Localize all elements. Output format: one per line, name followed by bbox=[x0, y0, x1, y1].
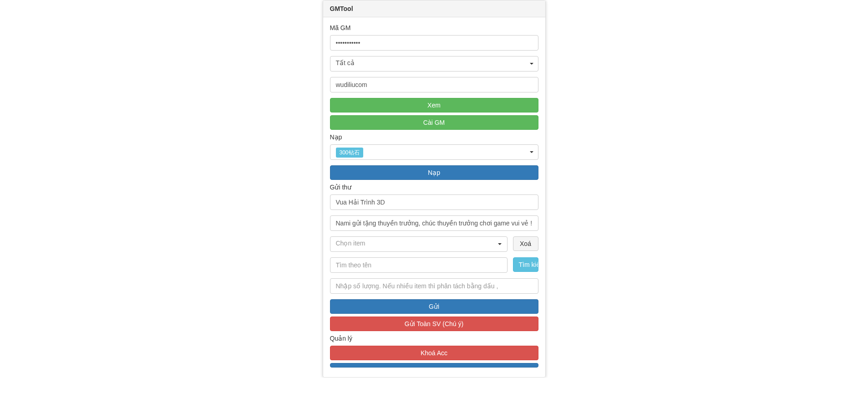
panel-title: GMTool bbox=[323, 0, 545, 17]
mail-title-input[interactable] bbox=[330, 194, 538, 210]
account-input[interactable] bbox=[330, 77, 538, 92]
item-select-placeholder: Chọn item bbox=[336, 240, 365, 247]
chevron-down-icon bbox=[498, 243, 502, 245]
server-select[interactable]: Tất cả bbox=[330, 56, 538, 72]
server-select-value: Tất cả bbox=[336, 59, 355, 66]
gmtool-panel: GMTool Mã GM Tất cả Xem Cài GM Nạp 300钻石… bbox=[323, 0, 546, 378]
mail-content-input[interactable] bbox=[330, 215, 538, 231]
panel-body: Mã GM Tất cả Xem Cài GM Nạp 300钻石 Nạp Gử… bbox=[323, 17, 545, 377]
quantity-input[interactable] bbox=[330, 278, 538, 294]
cai-gm-button[interactable]: Cài GM bbox=[330, 115, 538, 130]
chevron-down-icon bbox=[530, 151, 533, 153]
nap-label: Nạp bbox=[330, 133, 538, 141]
chevron-down-icon bbox=[530, 63, 533, 65]
next-button-partial[interactable] bbox=[330, 363, 538, 368]
gui-toan-sv-button[interactable]: Gửi Toàn SV (Chú ý) bbox=[330, 317, 538, 331]
gui-button[interactable]: Gửi bbox=[330, 299, 538, 314]
search-button[interactable]: Tìm kiếm bbox=[513, 257, 538, 272]
gm-code-label: Mã GM bbox=[330, 24, 538, 31]
search-input[interactable] bbox=[330, 257, 508, 273]
xoa-button[interactable]: Xoá bbox=[513, 236, 538, 251]
item-select[interactable]: Chọn item bbox=[330, 236, 508, 252]
nap-button[interactable]: Nạp bbox=[330, 165, 538, 180]
nap-select-token: 300钻石 bbox=[336, 148, 363, 158]
xem-button[interactable]: Xem bbox=[330, 98, 538, 112]
khoa-acc-button[interactable]: Khoá Acc bbox=[330, 346, 538, 360]
gm-code-input[interactable] bbox=[330, 35, 538, 51]
mail-label: Gửi thư bbox=[330, 184, 538, 191]
nap-select[interactable]: 300钻石 bbox=[330, 144, 538, 160]
quanly-label: Quản lý bbox=[330, 335, 538, 342]
